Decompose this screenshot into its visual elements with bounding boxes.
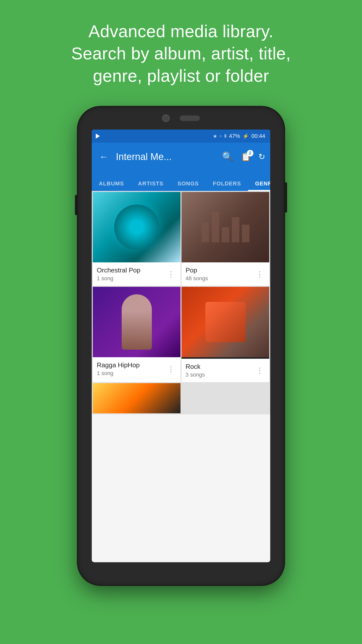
- genre-art-orchestral: [93, 192, 180, 262]
- genre-count-orchestral: 1 song: [97, 275, 140, 282]
- art-ragga-decoration: [122, 294, 152, 350]
- headline: Advanced media library. Search by album,…: [41, 0, 321, 102]
- genre-art-rock: [182, 287, 269, 357]
- genre-card-pop[interactable]: Pop 48 songs ⋮: [182, 192, 269, 286]
- media-playing-icon: [96, 134, 100, 139]
- genre-info-ragga: Ragga HipHop 1 song ⋮: [93, 357, 180, 381]
- genre-art-partial: [93, 383, 180, 413]
- genre-info-pop: Pop 48 songs ⋮: [182, 262, 269, 286]
- front-camera: [162, 114, 170, 122]
- art-fig-5: [242, 225, 249, 242]
- tab-artists[interactable]: ARTISTS: [131, 180, 170, 191]
- phone-top-area: [162, 114, 200, 122]
- genre-art-ragga: [93, 287, 180, 357]
- art-fig-2: [212, 212, 219, 242]
- tab-bar: ALBUMS ARTISTS SONGS FOLDERS GENRES: [92, 171, 270, 191]
- genre-count-pop: 48 songs: [186, 275, 208, 282]
- art-fig-3: [222, 227, 229, 242]
- genre-more-button-orchestral[interactable]: ⋮: [165, 268, 176, 280]
- sync-button[interactable]: ↻: [258, 152, 265, 162]
- phone-screen: ∗ ◦ Ⅱ 47% ⚡ 00:44 ← Internal Me... 🔍 📋 2: [92, 130, 270, 562]
- battery-icon: ⚡: [243, 133, 249, 139]
- app-bar: ← Internal Me... 🔍 📋 2 ↻: [92, 143, 270, 171]
- signal-icon: Ⅱ: [224, 133, 227, 139]
- genre-card-ragga[interactable]: Ragga HipHop 1 song ⋮: [93, 287, 180, 382]
- art-pop-decoration: [202, 212, 249, 242]
- app-bar-actions: 🔍 📋 2 ↻: [222, 151, 265, 162]
- genre-art-pop: [182, 192, 269, 262]
- genre-more-button-pop[interactable]: ⋮: [254, 268, 265, 280]
- battery-percentage: 47%: [229, 133, 240, 139]
- back-button[interactable]: ←: [97, 149, 111, 165]
- volume-button[interactable]: [75, 195, 78, 215]
- genre-card-empty: [182, 383, 269, 413]
- art-circle-decoration: [114, 205, 159, 250]
- playlist-button[interactable]: 📋 2: [241, 152, 251, 162]
- genre-text-orchestral: Orchestral Pop 1 song: [97, 266, 140, 282]
- genre-text-rock: Rock 3 songs: [186, 363, 205, 378]
- bluetooth-icon: ∗: [213, 133, 217, 139]
- genre-card-orchestral[interactable]: Orchestral Pop 1 song ⋮: [93, 192, 180, 286]
- genre-text-pop: Pop 48 songs: [186, 266, 208, 282]
- partial-genre-row: [92, 383, 270, 414]
- status-bar: ∗ ◦ Ⅱ 47% ⚡ 00:44: [92, 130, 270, 143]
- status-bar-right: ∗ ◦ Ⅱ 47% ⚡ 00:44: [213, 133, 265, 139]
- tab-folders[interactable]: FOLDERS: [206, 180, 248, 191]
- genre-info-orchestral: Orchestral Pop 1 song ⋮: [93, 262, 180, 286]
- art-fig-1: [202, 222, 209, 242]
- genre-count-ragga: 1 song: [97, 370, 140, 377]
- earpiece-speaker: [180, 115, 200, 121]
- playlist-badge: 2: [247, 150, 253, 156]
- art-fig-4: [232, 217, 239, 242]
- genre-name-orchestral: Orchestral Pop: [97, 266, 140, 274]
- genre-grid: Orchestral Pop 1 song ⋮: [92, 191, 270, 383]
- genre-name-pop: Pop: [186, 266, 208, 274]
- app-bar-title: Internal Me...: [116, 151, 217, 162]
- genre-more-button-rock[interactable]: ⋮: [254, 364, 265, 377]
- genre-count-rock: 3 songs: [186, 372, 205, 378]
- genre-card-rock[interactable]: Rock 3 songs ⋮: [182, 287, 269, 382]
- clock: 00:44: [251, 133, 265, 139]
- genre-card-partial[interactable]: [93, 383, 180, 413]
- genre-info-rock: Rock 3 songs ⋮: [182, 359, 269, 382]
- art-rock-decoration: [205, 302, 246, 342]
- status-bar-left: [96, 134, 100, 139]
- genre-text-ragga: Ragga HipHop 1 song: [97, 361, 140, 377]
- search-button[interactable]: 🔍: [222, 151, 233, 162]
- genre-name-ragga: Ragga HipHop: [97, 361, 140, 369]
- genre-name-rock: Rock: [186, 363, 205, 371]
- genre-more-button-ragga[interactable]: ⋮: [165, 363, 176, 375]
- tab-albums[interactable]: ALBUMS: [92, 180, 131, 191]
- phone-device: ∗ ◦ Ⅱ 47% ⚡ 00:44 ← Internal Me... 🔍 📋 2: [78, 107, 284, 605]
- tab-genres[interactable]: GENRES: [248, 180, 270, 191]
- power-button[interactable]: [284, 182, 287, 213]
- wifi-icon: ◦: [220, 133, 222, 139]
- phone-bezel: ∗ ◦ Ⅱ 47% ⚡ 00:44 ← Internal Me... 🔍 📋 2: [78, 107, 284, 585]
- tab-songs[interactable]: SONGS: [170, 180, 206, 191]
